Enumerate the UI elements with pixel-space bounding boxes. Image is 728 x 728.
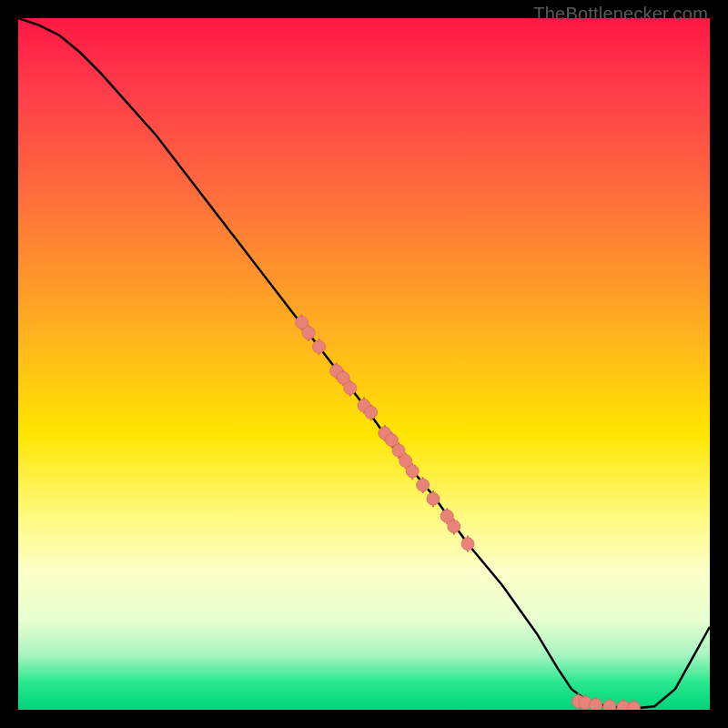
curve-line bbox=[18, 18, 710, 708]
marker-dot bbox=[313, 340, 326, 353]
marker-dot bbox=[406, 465, 419, 478]
marker-dot bbox=[448, 521, 460, 533]
marker-dot bbox=[302, 327, 315, 339]
marker-dot bbox=[603, 700, 616, 710]
marker-dot bbox=[627, 702, 640, 710]
marker-dot bbox=[590, 699, 602, 710]
marker-dot bbox=[344, 382, 357, 395]
marker-dot bbox=[461, 538, 474, 551]
marker-dot bbox=[417, 479, 430, 491]
chart-svg bbox=[18, 18, 710, 710]
marker-dots bbox=[296, 316, 641, 710]
marker-dot bbox=[427, 492, 440, 505]
marker-ticks bbox=[302, 314, 634, 710]
marker-dot bbox=[365, 406, 378, 419]
chart-plot-area bbox=[18, 18, 710, 710]
watermark-text: TheBottlenecker.com bbox=[533, 4, 708, 25]
